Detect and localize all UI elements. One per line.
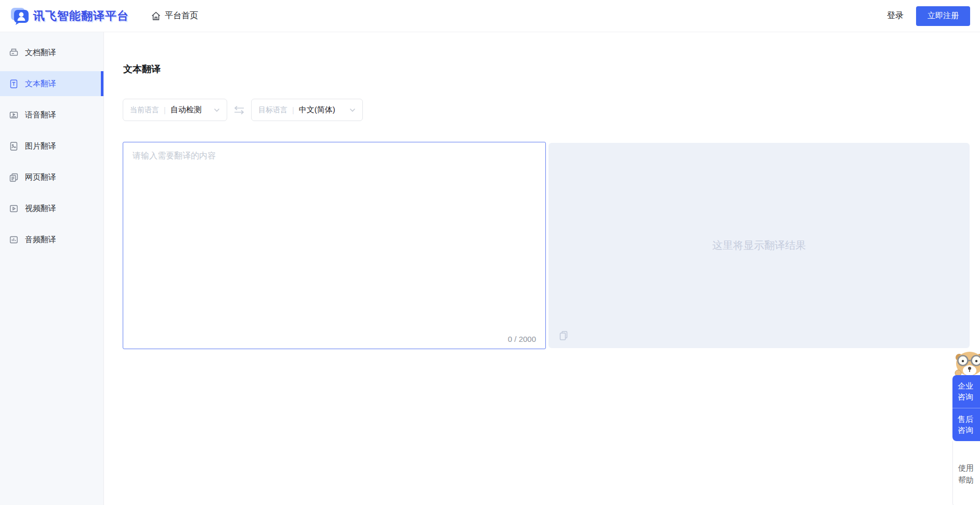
mascot-dog-icon xyxy=(955,348,980,377)
swap-arrows-icon xyxy=(233,105,245,115)
enterprise-consult-label: 企业咨询 xyxy=(958,380,974,402)
copy-icon xyxy=(558,330,569,342)
result-placeholder: 这里将显示翻译结果 xyxy=(712,238,806,253)
usage-help-button[interactable]: 使用帮助 xyxy=(952,441,980,505)
nav-home-label: 平台首页 xyxy=(165,10,198,21)
sidebar-item-web-translate[interactable]: 网页翻译 xyxy=(0,165,103,190)
page: 讯飞智能翻译平台 平台首页 登录 立即注册 文档翻译 xyxy=(0,0,980,505)
login-link[interactable]: 登录 xyxy=(887,10,904,21)
translation-result-panel: 这里将显示翻译结果 xyxy=(548,143,970,348)
document-translate-icon xyxy=(9,48,19,58)
enterprise-consult-button[interactable]: 企业咨询 xyxy=(952,375,980,408)
page-title: 文本翻译 xyxy=(123,63,161,75)
sidebar-item-label: 网页翻译 xyxy=(25,172,56,182)
copy-result-button[interactable] xyxy=(558,330,569,343)
contact-panel: 企业咨询 售后咨询 xyxy=(952,375,980,441)
sidebar-item-text-translate[interactable]: 文本翻译 xyxy=(0,71,103,96)
header: 讯飞智能翻译平台 平台首页 登录 立即注册 xyxy=(0,0,980,32)
translation-panels: 0 / 2000 这里将显示翻译结果 xyxy=(123,142,970,349)
sidebar-item-label: 图片翻译 xyxy=(25,141,56,151)
usage-help-label: 使用帮助 xyxy=(958,462,975,486)
home-icon xyxy=(151,11,161,21)
floating-contact-widget: 企业咨询 售后咨询 使用帮助 xyxy=(952,348,980,505)
sidebar-item-voice-translate[interactable]: 语音翻译 xyxy=(0,102,103,127)
sidebar-item-label: 文本翻译 xyxy=(25,79,56,89)
web-translate-icon xyxy=(9,172,19,182)
language-selector-row: 当前语言 | 自动检测 目标语言 | 中文(简体) xyxy=(123,99,363,121)
logo-icon xyxy=(9,6,30,26)
source-language-value: 自动检测 xyxy=(171,105,202,115)
nav-home-link[interactable]: 平台首页 xyxy=(151,10,198,21)
sidebar-item-video-translate[interactable]: 视频翻译 xyxy=(0,196,103,221)
char-count: 0 / 2000 xyxy=(508,335,536,343)
sidebar: 文档翻译 文本翻译 语音翻译 xyxy=(0,32,104,505)
target-language-label: 目标语言 xyxy=(258,105,288,115)
target-language-value: 中文(简体) xyxy=(299,105,335,115)
sidebar-item-label: 音频翻译 xyxy=(25,235,56,245)
sidebar-item-audio-translate[interactable]: 音频翻译 xyxy=(0,227,103,252)
sidebar-item-document-translate[interactable]: 文档翻译 xyxy=(0,40,103,65)
source-language-label: 当前语言 xyxy=(130,105,159,115)
video-translate-icon xyxy=(9,204,19,214)
swap-languages-button[interactable] xyxy=(227,105,251,115)
text-translate-icon xyxy=(9,79,19,89)
target-language-dropdown[interactable]: 目标语言 | 中文(简体) xyxy=(251,99,363,121)
audio-translate-icon xyxy=(9,235,19,245)
separator: | xyxy=(164,106,166,114)
sidebar-item-label: 文档翻译 xyxy=(25,48,56,58)
logo-title: 讯飞智能翻译平台 xyxy=(33,8,129,24)
main-content: 文本翻译 当前语言 | 自动检测 目标语言 | 中文(简体) xyxy=(104,32,980,505)
source-text-input[interactable] xyxy=(123,142,545,328)
chevron-down-icon xyxy=(214,108,220,112)
sidebar-item-image-translate[interactable]: 图片翻译 xyxy=(0,134,103,158)
sidebar-item-label: 语音翻译 xyxy=(25,110,56,120)
separator: | xyxy=(292,106,294,114)
aftersales-consult-label: 售后咨询 xyxy=(958,414,974,435)
logo[interactable]: 讯飞智能翻译平台 xyxy=(9,6,129,26)
sidebar-menu: 文档翻译 文本翻译 语音翻译 xyxy=(0,32,103,252)
voice-translate-icon xyxy=(9,110,19,120)
aftersales-consult-button[interactable]: 售后咨询 xyxy=(952,408,980,441)
source-language-dropdown[interactable]: 当前语言 | 自动检测 xyxy=(123,99,227,121)
source-text-panel: 0 / 2000 xyxy=(123,142,546,349)
sidebar-item-label: 视频翻译 xyxy=(25,204,56,214)
register-button[interactable]: 立即注册 xyxy=(916,6,970,26)
image-translate-icon xyxy=(9,141,19,151)
chevron-down-icon xyxy=(349,108,356,112)
